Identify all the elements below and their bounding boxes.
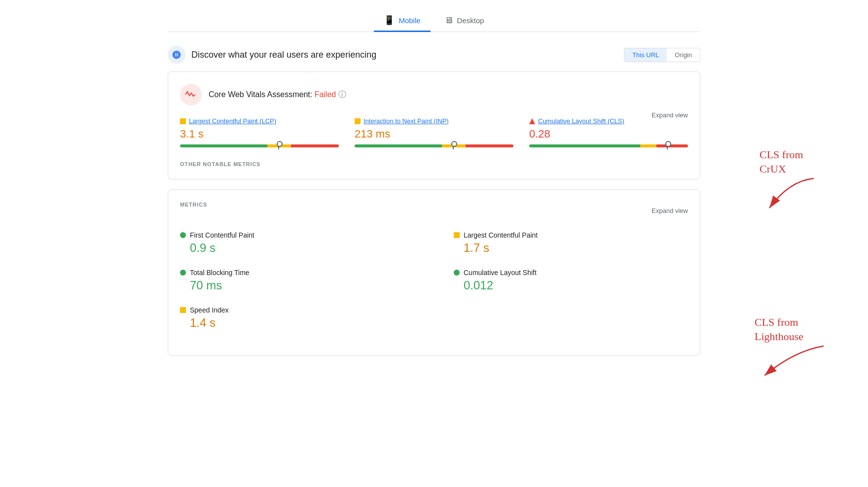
annotation-crux: CLS fromCrUX (760, 148, 819, 215)
lighthouse-metrics-card: METRICS Expand view First Contentful Pai… (168, 189, 700, 356)
cwv-icon (180, 84, 202, 105)
inp-bar (355, 144, 513, 147)
lcp-label[interactable]: Largest Contentful Paint (LCP) (180, 117, 339, 125)
tbt-entry: Total Blocking Time 70 ms (180, 269, 434, 306)
lcp-bar (180, 144, 339, 147)
origin-button[interactable]: Origin (667, 48, 700, 62)
fcp-entry: First Contentful Paint 0.9 s (180, 231, 434, 269)
tbt-name-row: Total Blocking Time (180, 269, 434, 277)
expand-view-link[interactable]: Expand view (651, 111, 688, 119)
si-dot (180, 307, 186, 313)
fcp-name: First Contentful Paint (190, 231, 254, 239)
cls2-name-row: Cumulative Layout Shift (454, 269, 688, 277)
lcp2-name-row: Largest Contentful Paint (454, 231, 688, 239)
core-web-vitals-card: Core Web Vitals Assessment: Failed ⓘ Exp… (168, 71, 700, 179)
si-name-row: Speed Index (180, 306, 434, 314)
fcp-dot (180, 232, 186, 238)
metrics-card-header: METRICS (180, 202, 207, 208)
section-header: Discover what your real users are experi… (168, 46, 700, 64)
url-origin-toggle[interactable]: This URL Origin (624, 48, 700, 62)
cls-metric: Cumulative Layout Shift (CLS) 0.28 (529, 117, 688, 147)
cwv-metrics-row: Largest Contentful Paint (LCP) 3.1 s (180, 117, 688, 147)
svg-rect-1 (355, 118, 361, 124)
si-name: Speed Index (190, 306, 229, 314)
lcp2-name: Largest Contentful Paint (464, 231, 538, 239)
tab-mobile[interactable]: 📱 Mobile (374, 10, 430, 32)
tbt-name: Total Blocking Time (190, 269, 250, 277)
inp-value: 213 ms (355, 128, 513, 140)
section-title: Discover what your real users are experi… (191, 50, 376, 60)
inp-metric: Interaction to Next Paint (INP) 213 ms (355, 117, 513, 147)
cwv-status: Failed (315, 90, 336, 99)
tab-mobile-label: Mobile (398, 16, 420, 25)
section-icon (168, 46, 185, 64)
annotation-lighthouse: CLS fromLighthouse (755, 315, 829, 376)
tabs-bar: 📱 Mobile 🖥 Desktop (168, 10, 700, 32)
tab-desktop-label: Desktop (457, 16, 484, 25)
section-title-row: Discover what your real users are experi… (168, 46, 376, 64)
lighthouse-arrow (755, 344, 829, 376)
lcp2-dot (454, 232, 460, 238)
fcp-name-row: First Contentful Paint (180, 231, 434, 239)
cls2-value: 0.012 (454, 278, 688, 292)
svg-marker-2 (529, 118, 535, 124)
si-entry: Speed Index 1.4 s (180, 306, 434, 344)
inp-label[interactable]: Interaction to Next Paint (INP) (355, 117, 513, 125)
lcp2-entry: Largest Contentful Paint 1.7 s (434, 231, 688, 269)
svg-rect-0 (180, 118, 186, 124)
cls2-entry: Cumulative Layout Shift 0.012 (434, 269, 688, 306)
cls-bar (529, 144, 688, 147)
cwv-header: Core Web Vitals Assessment: Failed ⓘ (180, 84, 688, 105)
lighthouse-metrics-grid: First Contentful Paint 0.9 s Largest Con… (180, 231, 688, 344)
help-icon[interactable]: ⓘ (338, 90, 346, 99)
lighthouse-annotation-text: CLS fromLighthouse (755, 315, 829, 344)
lcp-metric: Largest Contentful Paint (LCP) 3.1 s (180, 117, 339, 147)
tab-desktop[interactable]: 🖥 Desktop (434, 10, 494, 32)
lcp2-value: 1.7 s (454, 241, 688, 255)
this-url-button[interactable]: This URL (624, 48, 667, 62)
other-notable-label: OTHER NOTABLE METRICS (180, 161, 688, 167)
desktop-icon: 🖥 (444, 15, 453, 26)
cls-value: 0.28 (529, 128, 688, 140)
crux-arrow (760, 176, 819, 215)
cls2-name: Cumulative Layout Shift (464, 269, 537, 277)
mobile-icon: 📱 (384, 15, 395, 26)
si-value: 1.4 s (180, 316, 434, 330)
cwv-title: Core Web Vitals Assessment: Failed ⓘ (209, 90, 346, 100)
crux-annotation-text: CLS fromCrUX (760, 148, 819, 176)
tbt-value: 70 ms (180, 278, 434, 292)
tbt-dot (180, 270, 186, 276)
metrics-expand-link[interactable]: Expand view (651, 207, 688, 214)
cls2-dot (454, 270, 460, 276)
lcp-value: 3.1 s (180, 128, 339, 140)
fcp-value: 0.9 s (180, 241, 434, 255)
